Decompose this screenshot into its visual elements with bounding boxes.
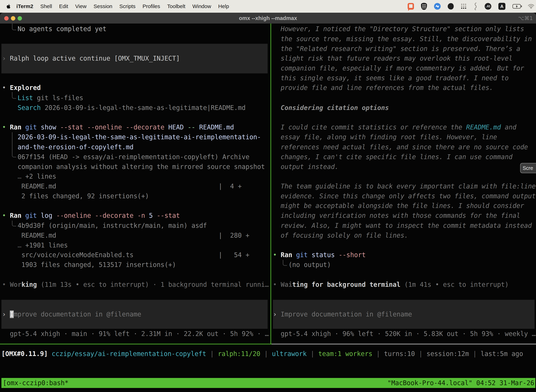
terminal-line: List git ls-files	[2, 93, 83, 103]
screen-share-overlay-label: Scre	[523, 165, 533, 171]
wifi-icon[interactable]	[528, 4, 534, 9]
window-title: omx --xhigh --madmax	[0, 13, 536, 24]
grid-dots-icon[interactable]	[461, 4, 466, 9]
menu-item-help[interactable]: Help	[218, 3, 229, 9]
screen-share-icon[interactable]	[408, 3, 414, 10]
terminal-line: › Improve documentation in @filename	[273, 309, 412, 319]
terminal-line: changes, I can't cite specific file line…	[273, 152, 512, 162]
messenger-icon[interactable]	[434, 3, 441, 10]
terminal-line: I could cite commit statistics or refere…	[273, 122, 516, 132]
terminal-line: (no output)	[273, 260, 331, 270]
terminal-line: the source tree, missing the essay. Stil…	[273, 34, 532, 44]
menu-item-edit[interactable]: Edit	[59, 3, 68, 9]
terminal-line: The team guideline is to back every impo…	[273, 182, 536, 191]
menu-item-window[interactable]: Window	[192, 3, 211, 9]
terminal-line: 2 files changed, 92 insertions(+)	[2, 191, 149, 201]
terminal-line: src/voice/voiceModeEnabled.ts | 54 +	[2, 250, 249, 260]
terminal-line: gpt-5.4 xhigh · main · 91% left · 2.31M …	[2, 329, 269, 339]
menu-item-scripts[interactable]: Scripts	[120, 3, 136, 9]
pane-divider[interactable]	[270, 23, 271, 344]
pie-chart-icon[interactable]	[448, 3, 454, 9]
terminal-line: Considering citation options	[273, 103, 389, 113]
terminal: No agents completed yet› Ralph loop acti…	[0, 23, 536, 392]
terminal-line: 1903 files changed, 513517 insertions(+)	[2, 260, 176, 270]
terminal-line: However, I noticed the "Directory Struct…	[273, 24, 524, 34]
terminal-line: 067f154 (HEAD -> essay/ai-reimplementati…	[2, 152, 249, 162]
terminal-line: output instead.	[273, 162, 339, 172]
terminal-line: evidence. Since this change only affects…	[273, 191, 536, 201]
menu-item-iterm2[interactable]: iTerm2	[16, 3, 33, 9]
pane-border-bottom-active	[0, 344, 272, 344]
terminal-line: companion analysis without altering the …	[2, 162, 265, 172]
menu-item-view[interactable]: View	[75, 3, 86, 9]
menu-item-session[interactable]: Session	[94, 3, 112, 9]
terminal-line: of focusing solely on file lines.	[273, 231, 408, 240]
terminal-line: • Waiting for background terminal (1m 41…	[273, 280, 509, 289]
terminal-line: review. Also, I might want to inspect th…	[273, 221, 532, 231]
terminal-line: README.md | 280 +	[2, 231, 249, 240]
terminal-line: README.md | 4 +	[2, 182, 242, 191]
timer-icon[interactable]: ..61	[485, 3, 491, 10]
terminal-line: essay file, along with finding root file…	[273, 132, 497, 142]
terminal-line: provide file and line references from th…	[273, 83, 493, 93]
menu-item-profiles[interactable]: Profiles	[143, 3, 160, 9]
terminal-line: No agents completed yet	[2, 24, 106, 34]
terminal-line: 4b9d30f (origin/main, instructkr/main, m…	[2, 221, 207, 231]
menu-items: iTerm2ShellEditViewSessionScriptsProfile…	[16, 3, 236, 9]
shield-grid-icon[interactable]	[421, 3, 427, 10]
menu-item-shell[interactable]: Shell	[40, 3, 52, 9]
terminal-line: • Ran git show --stat --oneline --decora…	[2, 122, 234, 132]
screen-share-overlay[interactable]: Scre	[520, 163, 536, 173]
terminal-line: companion file, especially if more comme…	[273, 63, 524, 73]
terminal-line: • Ran git log --oneline --decorate -n 5 …	[2, 211, 180, 221]
terminal-line: including verification notes with those …	[273, 211, 520, 221]
terminal-line: Search 2026-03-09-is-legal-the-same-as-l…	[2, 103, 245, 113]
terminal-line: • Explored	[2, 83, 41, 93]
terminal-line: 2026-03-09-is-legal-the-same-as-legitima…	[2, 132, 261, 142]
window-title-bar[interactable]: omx --xhigh --madmax ⌥⌘1	[0, 13, 536, 23]
omx-status-text: [OMX#0.11.9] cczip/essay/ai-reimplementa…	[1, 349, 523, 359]
terminal-line: • Ran git status --short	[273, 250, 366, 260]
terminal-line: … +2 lines	[2, 172, 56, 182]
terminal-line: this single essay, it seems like a good …	[273, 73, 509, 83]
terminal-line: slight risk that future readers may over…	[273, 54, 512, 63]
battery-icon[interactable]	[512, 4, 521, 9]
menu-status-icons: ..61 A	[408, 0, 534, 13]
tmux-host-clock: "MacBook-Pro-44.local" 04:52 31-Mar-26	[388, 378, 534, 388]
tmux-session-label: [omx-cczip0:bash*	[3, 378, 69, 388]
terminal-line: › Ralph loop active continue [OMX_TMUX_I…	[2, 54, 180, 63]
terminal-line: gpt-5.4 xhigh · 96% left · 520K in · 5.8…	[273, 329, 536, 339]
pane-border-bottom-inactive	[272, 344, 536, 344]
menu-bar: iTerm2ShellEditViewSessionScriptsProfile…	[0, 0, 536, 13]
terminal-line: and-the-erosion-of-copyleft.md	[2, 142, 134, 152]
terminal-line: • Working (11m 13s • esc to interrupt) ·…	[2, 280, 269, 289]
terminal-line: might be acceptable alongside the file l…	[273, 201, 524, 211]
window-shortcut-hint: ⌥⌘1	[518, 13, 533, 24]
apple-menu-icon[interactable]	[6, 4, 11, 9]
terminal-line: … +1901 lines	[2, 240, 68, 250]
terminal-line: › Improve documentation in @filename	[2, 309, 141, 319]
keyboard-layout-icon[interactable]: A	[498, 3, 505, 10]
terminal-line: the "Related research writing" section i…	[273, 44, 520, 54]
menu-item-toolbelt[interactable]: Toolbelt	[167, 3, 185, 9]
tmux-status-bar: [omx-cczip0:bash* "MacBook-Pro-44.local"…	[1, 378, 535, 388]
clef-icon[interactable]	[474, 2, 478, 10]
terminal-line: references need actual files, and since …	[273, 142, 528, 152]
